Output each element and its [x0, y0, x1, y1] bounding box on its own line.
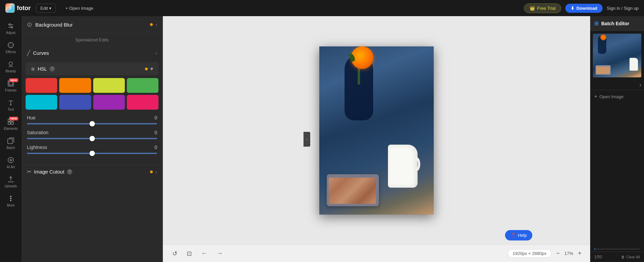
hue-header: Hue 0 — [27, 115, 157, 120]
svg-point-16 — [10, 200, 11, 201]
swatch-red[interactable] — [26, 78, 57, 93]
swatch-cyan[interactable] — [26, 95, 57, 110]
help-button[interactable]: ❓ Help — [505, 230, 532, 240]
lightness-slider-row: Lightness 0 — [27, 145, 157, 154]
svg-rect-10 — [8, 122, 10, 124]
adjust-icon — [7, 22, 14, 30]
hue-slider[interactable] — [27, 123, 157, 124]
blur-circle-icon: ⊙ — [27, 21, 32, 28]
edit-button[interactable]: Edit ▾ — [36, 4, 56, 13]
open-image-button[interactable]: + Open Image — [61, 4, 97, 12]
sidebar-item-frames[interactable]: NEW Frames — [0, 76, 22, 96]
swatch-blue[interactable] — [59, 95, 91, 110]
hsl-active-dot — [145, 68, 148, 70]
sidebar-item-elements[interactable]: NEW Elements — [0, 115, 22, 134]
saturation-thumb[interactable] — [90, 136, 95, 141]
chevron-down-icon: ▾ — [49, 6, 51, 11]
collapse-panel-button[interactable]: ‹ — [303, 132, 310, 147]
right-panel-bottom: 1/50 🗑 Clear All — [590, 252, 644, 262]
image-cutout-row[interactable]: ✂ Image Cutout ? › — [22, 165, 163, 178]
batch-editor-icon: ⊞ — [594, 20, 599, 27]
panel-header-left: ⊙ Background Blur — [27, 21, 73, 28]
hsl-right: ▾ — [145, 66, 153, 72]
logo-icon: f — [5, 3, 15, 13]
hsl-row[interactable]: ⊕ HSL ? ▾ — [26, 62, 158, 75]
swatch-purple[interactable] — [93, 95, 125, 110]
sidebar-item-effects[interactable]: Effects — [0, 38, 22, 57]
lightness-slider[interactable] — [27, 153, 157, 154]
expand-arrow-icon[interactable]: › — [155, 22, 157, 27]
batch-thumbnail-item[interactable] — [593, 34, 641, 77]
thumb-flower — [600, 34, 606, 40]
sidebar-item-more[interactable]: More — [0, 191, 22, 211]
prev-button[interactable]: ← — [199, 249, 210, 258]
hsl-chevron-icon[interactable]: ▾ — [150, 66, 153, 72]
hsl-left: ⊕ HSL ? — [31, 66, 55, 72]
hue-thumb[interactable] — [90, 121, 95, 126]
hsl-info-icon[interactable]: ? — [49, 66, 55, 72]
curves-expand-icon[interactable]: › — [155, 50, 157, 56]
lightness-header: Lightness 0 — [27, 145, 157, 150]
curves-row[interactable]: ╱ Curves › — [22, 46, 163, 60]
saturation-slider-row: Saturation 0 — [27, 130, 157, 139]
pitcher-decoration — [388, 145, 418, 188]
specialized-edits-label: Specialized Edits — [22, 33, 163, 46]
cutout-expand-icon[interactable]: › — [155, 169, 157, 175]
effects-icon — [7, 41, 14, 49]
swatch-yellow[interactable] — [93, 78, 125, 93]
background-blur-title: Background Blur — [35, 22, 73, 28]
sidebar-item-ai-art[interactable]: AI Art — [0, 153, 22, 172]
clear-all-button[interactable]: 🗑 Clear All — [621, 255, 640, 259]
bottom-controls-left: ↺ ⊡ ← → — [170, 249, 225, 259]
sidebar-item-text[interactable]: Text — [0, 96, 22, 115]
canvas-area: ‹ ↺ ⊡ ← → 1920px × 2880px − 17% + ❓ Help — [163, 16, 590, 262]
curves-icon: ╱ — [27, 50, 30, 56]
elements-new-badge: NEW — [9, 117, 18, 120]
zoom-out-button[interactable]: − — [554, 249, 562, 258]
undo-button[interactable]: ↺ — [170, 249, 180, 259]
panel-header-right: › — [150, 22, 157, 27]
curves-left: ╱ Curves — [27, 50, 49, 56]
scissors-icon: ✂ — [27, 169, 31, 175]
lightness-thumb[interactable] — [90, 151, 95, 156]
signin-label: Sign in / Sign up — [607, 6, 639, 11]
hsl-label: HSL — [38, 66, 47, 72]
crown-icon: 👑 — [530, 6, 535, 11]
frames-new-badge: NEW — [9, 78, 18, 82]
ai-art-icon — [7, 156, 14, 164]
right-nav-arrow: › — [590, 80, 644, 90]
right-arrow-button[interactable]: › — [639, 81, 641, 88]
background-blur-header[interactable]: ⊙ Background Blur › — [22, 16, 163, 33]
color-swatches — [26, 78, 158, 110]
trash-icon: 🗑 — [621, 255, 625, 259]
swatch-pink[interactable] — [127, 95, 158, 110]
svg-point-5 — [9, 62, 12, 65]
link-icon: ⊕ — [31, 66, 35, 72]
download-button[interactable]: ⬇ Download — [565, 4, 603, 13]
swatch-orange[interactable] — [59, 78, 91, 93]
zoom-in-button[interactable]: + — [576, 249, 583, 258]
signin-button[interactable]: Sign in / Sign up — [607, 6, 639, 11]
cutout-info-icon[interactable]: ? — [67, 169, 72, 175]
canvas-main — [163, 16, 590, 245]
sidebar-item-batch[interactable]: Batch — [0, 134, 22, 153]
svg-point-1 — [9, 24, 11, 26]
free-trial-button[interactable]: 👑 Free Trial — [524, 3, 561, 13]
open-image-right-button[interactable]: + Open Image — [590, 90, 644, 103]
copy-button[interactable]: ⊡ — [184, 249, 194, 259]
svg-point-13 — [8, 157, 13, 163]
logo-text: fotor — [17, 5, 31, 12]
help-label: Help — [518, 233, 527, 238]
sidebar-item-adjust[interactable]: Adjust — [0, 19, 22, 38]
next-button[interactable]: → — [214, 249, 225, 258]
text-icon — [7, 99, 14, 106]
canvas-image-container — [319, 46, 434, 215]
saturation-slider[interactable] — [27, 138, 157, 139]
beauty-label: Beauty — [5, 69, 16, 73]
text-label: Text — [8, 108, 14, 111]
elements-label: Elements — [4, 127, 18, 130]
pagination: 1/50 🗑 Clear All — [594, 255, 640, 259]
sidebar-item-beauty[interactable]: Beauty — [0, 57, 22, 76]
swatch-green[interactable] — [127, 78, 158, 93]
sidebar-item-uploads[interactable]: Uploads — [0, 172, 22, 191]
